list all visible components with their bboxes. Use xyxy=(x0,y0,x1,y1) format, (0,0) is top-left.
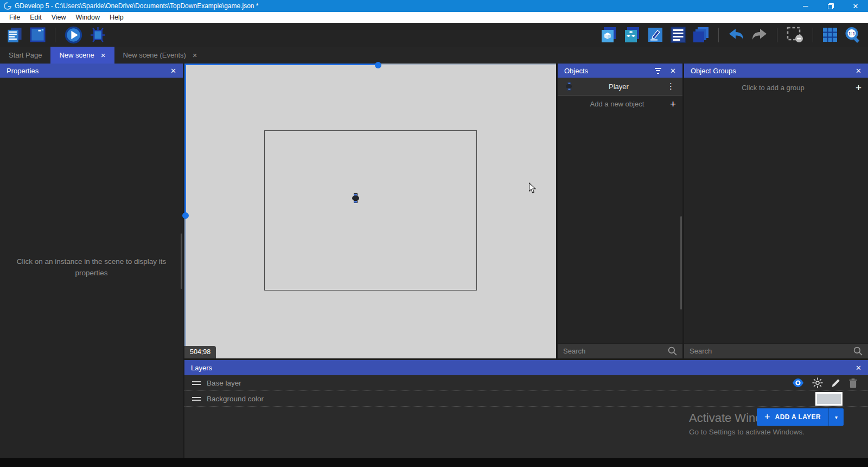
groups-search-input[interactable] xyxy=(690,347,853,355)
chevron-down-icon[interactable]: ▾ xyxy=(829,414,844,420)
watermark-line2: Go to Settings to activate Windows. xyxy=(689,428,805,436)
add-object-row[interactable]: Add a new object + xyxy=(558,96,682,112)
workspace: Properties ✕ Click on an instance in the… xyxy=(0,64,868,467)
mouse-cursor xyxy=(528,182,537,194)
drag-handle-icon[interactable] xyxy=(192,381,201,385)
properties-panel-header: Properties ✕ xyxy=(0,64,183,78)
undo-icon[interactable] xyxy=(728,28,744,42)
cursor-coordinates: 504;98 xyxy=(184,346,216,358)
properties-panel: Properties ✕ Click on an instance in the… xyxy=(0,64,183,458)
tab-new-scene[interactable]: New scene × xyxy=(50,47,114,64)
vertical-scroll-fill xyxy=(184,64,186,216)
restore-icon xyxy=(828,3,834,9)
restore-button[interactable] xyxy=(818,0,843,12)
search-icon xyxy=(668,346,677,356)
toolbar-separator xyxy=(55,28,55,42)
edit-layer-icon[interactable] xyxy=(831,378,841,388)
menu-bar: File Edit View Window Help xyxy=(0,12,868,23)
panel-title: Object Groups xyxy=(691,67,856,75)
objects-panel-icon[interactable] xyxy=(601,27,617,43)
grid-icon[interactable] xyxy=(822,27,838,42)
plus-icon[interactable]: + xyxy=(670,99,676,109)
add-group-label: Click to add a group xyxy=(691,84,856,92)
panel-title: Objects xyxy=(564,67,655,75)
player-instance[interactable] xyxy=(352,193,359,203)
svg-text:1:1: 1:1 xyxy=(848,31,856,36)
instances-list-icon[interactable] xyxy=(671,27,686,43)
menu-help[interactable]: Help xyxy=(105,12,129,23)
toolbar-separator xyxy=(777,28,777,42)
minimize-button[interactable] xyxy=(793,0,818,12)
zoom-reset-icon[interactable]: 1:1 xyxy=(845,27,861,43)
filter-icon[interactable] xyxy=(655,68,661,74)
plus-icon: + xyxy=(764,412,770,423)
close-icon[interactable]: ✕ xyxy=(670,67,676,75)
tab-close-icon[interactable]: × xyxy=(193,51,197,59)
layer-name: Base layer xyxy=(207,379,786,387)
menu-file[interactable]: File xyxy=(4,12,25,23)
export-project-icon[interactable] xyxy=(30,27,46,42)
tab-new-scene-events[interactable]: New scene (Events) × xyxy=(114,47,206,64)
layer-name: Background color xyxy=(207,395,809,403)
layer-effects-icon[interactable] xyxy=(812,377,823,388)
tab-close-icon[interactable]: × xyxy=(101,51,106,59)
objects-search-input[interactable] xyxy=(563,347,668,355)
layers-panel-header: Layers ✕ xyxy=(184,360,868,375)
objects-search-row xyxy=(558,343,682,358)
properties-empty-message: Click on an instance in the scene to dis… xyxy=(0,256,183,279)
delete-layer-icon[interactable] xyxy=(849,378,857,388)
drag-handle-icon[interactable] xyxy=(192,397,201,401)
visibility-eye-icon[interactable] xyxy=(792,378,804,387)
object-groups-panel-header: Object Groups ✕ xyxy=(684,64,868,78)
scene-canvas[interactable]: 504;98 xyxy=(184,64,556,358)
layer-row-background[interactable]: Background color xyxy=(184,391,868,407)
horizontal-scroll-handle[interactable] xyxy=(375,62,381,68)
play-preview-icon[interactable] xyxy=(65,26,82,44)
tab-label: Start Page xyxy=(9,51,42,59)
add-group-row[interactable]: Click to add a group + xyxy=(684,78,868,97)
panel-title: Properties xyxy=(7,67,170,75)
background-color-swatch[interactable] xyxy=(815,392,843,406)
debug-icon[interactable] xyxy=(90,27,106,43)
player-thumbnail-icon xyxy=(566,82,572,90)
layer-row-base[interactable]: Base layer xyxy=(184,375,868,391)
object-groups-panel-icon[interactable] xyxy=(624,27,640,43)
object-name: Player xyxy=(573,83,665,91)
search-icon xyxy=(853,346,863,356)
panel-title: Layers xyxy=(191,364,856,372)
object-groups-panel-body xyxy=(684,97,868,343)
redo-icon[interactable] xyxy=(751,28,768,42)
menu-view[interactable]: View xyxy=(47,12,71,23)
window-title: GDevelop 5 - C:\Users\Sparkle\OneDrive\D… xyxy=(15,2,793,10)
player-sprite-bottom xyxy=(354,200,358,203)
horizontal-scroll-fill xyxy=(184,64,378,65)
editor-tab-bar: Start Page New scene × New scene (Events… xyxy=(0,47,868,64)
properties-scrollbar[interactable] xyxy=(181,234,182,289)
close-icon[interactable]: ✕ xyxy=(856,364,861,372)
edit-scene-properties-icon[interactable] xyxy=(647,27,663,43)
minimize-icon xyxy=(803,6,808,7)
close-button[interactable]: ✕ xyxy=(843,0,868,12)
vertical-scroll-handle[interactable] xyxy=(182,212,189,219)
tab-label: New scene (Events) xyxy=(123,51,186,59)
add-layer-button[interactable]: + ADD A LAYER ▾ xyxy=(757,408,844,426)
objects-scrollbar[interactable] xyxy=(680,216,682,310)
close-icon[interactable]: ✕ xyxy=(170,67,176,75)
object-groups-panel: Object Groups ✕ Click to add a group + xyxy=(684,64,868,358)
plus-icon[interactable]: + xyxy=(856,83,861,93)
project-manager-icon[interactable] xyxy=(7,27,23,43)
layers-panel-icon[interactable] xyxy=(693,27,709,43)
object-list-item-player[interactable]: Player ⋮ xyxy=(558,78,682,96)
clear-selection-icon[interactable] xyxy=(787,27,803,43)
add-object-label: Add a new object xyxy=(564,100,670,108)
tab-start-page[interactable]: Start Page xyxy=(0,47,50,64)
groups-search-row xyxy=(684,343,868,358)
menu-window[interactable]: Window xyxy=(71,12,105,23)
close-icon: ✕ xyxy=(853,3,859,10)
toolbar-separator xyxy=(718,28,719,42)
window-bottom-edge xyxy=(0,458,868,467)
title-bar: GDevelop 5 - C:\Users\Sparkle\OneDrive\D… xyxy=(0,0,868,12)
menu-edit[interactable]: Edit xyxy=(25,12,47,23)
close-icon[interactable]: ✕ xyxy=(856,67,861,75)
object-menu-icon[interactable]: ⋮ xyxy=(665,81,677,91)
